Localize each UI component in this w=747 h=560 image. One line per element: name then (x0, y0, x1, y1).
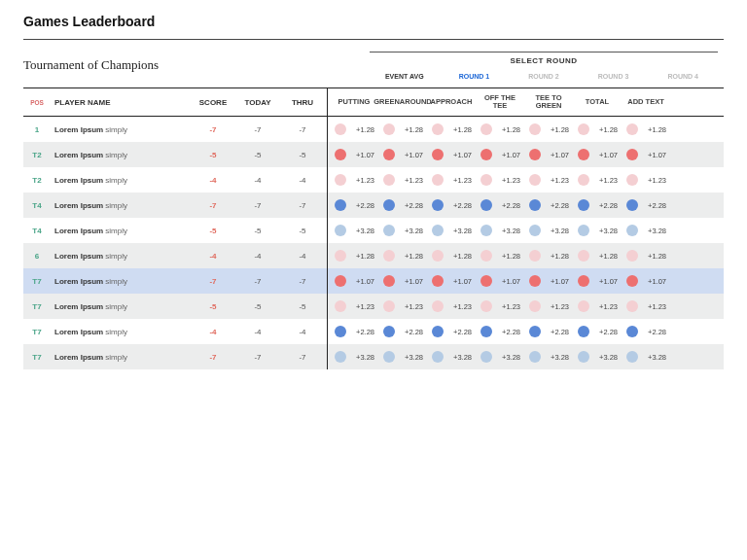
stat-dot-icon (335, 225, 346, 236)
stat-dot-icon (335, 149, 346, 160)
stat-value: +3.28 (641, 227, 666, 235)
stat-dot-icon (626, 225, 638, 236)
player-name-thin: simply (105, 125, 127, 134)
stat-dot-icon (432, 250, 444, 262)
column-divider (327, 294, 328, 319)
cell-stat: +3.28 (378, 351, 427, 363)
column-divider (327, 117, 328, 142)
cell-thru: -4 (280, 252, 325, 261)
cell-stat: +1.28 (476, 250, 524, 262)
stat-value: +1.07 (349, 151, 374, 159)
stat-dot-icon (383, 250, 395, 262)
stat-dot-icon (335, 199, 346, 211)
round-tab[interactable]: EVENT AVG (370, 73, 440, 80)
cell-today: -4 (235, 328, 280, 336)
col-putting[interactable]: PUTTING (330, 98, 378, 106)
table-body: 1Lorem Ipsumsimply-7-7-7+1.28+1.28+1.28+… (23, 117, 724, 369)
table-row[interactable]: T2Lorem Ipsumsimply-4-4-4+1.23+1.23+1.23… (23, 167, 724, 192)
stat-value: +3.28 (544, 227, 569, 235)
cell-today: -4 (235, 176, 280, 185)
stat-dot-icon (626, 275, 638, 287)
cell-pos: T7 (23, 353, 51, 362)
stat-dot-icon (529, 351, 541, 363)
stat-value: +1.23 (446, 302, 472, 311)
stat-dot-icon (432, 123, 444, 135)
table-row[interactable]: T4Lorem Ipsumsimply-5-5-5+3.28+3.28+3.28… (23, 218, 724, 243)
cell-stat: +2.28 (330, 326, 378, 337)
stat-value: +3.28 (495, 227, 520, 235)
player-name-thin: simply (105, 328, 127, 336)
stat-dot-icon (383, 199, 395, 211)
stat-dot-icon (480, 300, 492, 312)
player-name-bold: Lorem Ipsum (54, 277, 103, 286)
stat-value: +1.07 (641, 151, 666, 159)
col-thru[interactable]: THRU (280, 98, 325, 107)
col-approach[interactable]: APPROACH (427, 98, 476, 106)
col-add-text[interactable]: ADD TEXT (622, 98, 670, 106)
player-name-bold: Lorem Ipsum (54, 176, 103, 185)
stat-value: +1.07 (544, 151, 569, 159)
stat-dot-icon (432, 149, 444, 160)
stat-value: +1.28 (446, 252, 472, 261)
col-off-the-tee[interactable]: OFF THE TEE (476, 94, 524, 110)
cell-score: -4 (191, 328, 235, 336)
col-player-name[interactable]: PLAYER NAME (51, 98, 191, 107)
cell-stat: +3.28 (622, 351, 670, 363)
cell-stat: +1.28 (524, 123, 573, 135)
col-tee-to-green[interactable]: TEE TO GREEN (524, 94, 573, 110)
stat-value: +2.28 (641, 201, 666, 210)
round-tab[interactable]: ROUND 3 (579, 73, 649, 80)
player-name-bold: Lorem Ipsum (54, 252, 103, 261)
stat-value: +1.07 (495, 151, 520, 159)
stat-value: +1.07 (641, 277, 666, 286)
stat-value: +3.28 (592, 227, 618, 235)
cell-stat: +1.07 (476, 275, 524, 287)
stat-dot-icon (335, 300, 346, 312)
cell-stat: +1.23 (330, 174, 378, 186)
table-row[interactable]: T7Lorem Ipsumsimply-7-7-7+1.07+1.07+1.07… (23, 268, 724, 294)
cell-player-name: Lorem Ipsumsimply (51, 201, 191, 210)
table-row[interactable]: 1Lorem Ipsumsimply-7-7-7+1.28+1.28+1.28+… (23, 117, 724, 142)
table-row[interactable]: T7Lorem Ipsumsimply-5-5-5+1.23+1.23+1.23… (23, 294, 724, 319)
table-row[interactable]: T7Lorem Ipsumsimply-7-7-7+3.28+3.28+3.28… (23, 344, 724, 369)
cell-stat: +2.28 (330, 199, 378, 211)
col-score[interactable]: SCORE (191, 98, 235, 107)
stat-value: +1.07 (592, 151, 618, 159)
round-tab[interactable]: ROUND 4 (648, 73, 718, 80)
cell-pos: T2 (23, 176, 51, 185)
cell-stat: +2.28 (622, 199, 670, 211)
player-name-bold: Lorem Ipsum (54, 302, 103, 311)
cell-stat: +2.28 (573, 199, 622, 211)
cell-stat: +1.07 (476, 149, 524, 160)
cell-stat: +3.28 (427, 225, 476, 236)
table-row[interactable]: 6Lorem Ipsumsimply-4-4-4+1.28+1.28+1.28+… (23, 243, 724, 268)
stat-dot-icon (383, 149, 395, 160)
cell-today: -7 (235, 277, 280, 286)
col-pos[interactable]: POS (23, 99, 51, 106)
cell-score: -7 (191, 353, 235, 362)
player-name-thin: simply (105, 201, 127, 210)
round-tab[interactable]: ROUND 2 (509, 73, 579, 80)
stat-dot-icon (480, 250, 492, 262)
stat-dot-icon (335, 275, 346, 287)
stat-dot-icon (529, 174, 541, 186)
table-row[interactable]: T4Lorem Ipsumsimply-7-7-7+2.28+2.28+2.28… (23, 192, 724, 218)
col-total[interactable]: TOTAL (573, 98, 622, 106)
cell-thru: -5 (280, 227, 325, 235)
cell-stat: +1.07 (524, 149, 573, 160)
stat-value: +1.23 (544, 302, 569, 311)
stat-dot-icon (626, 174, 638, 186)
cell-stat: +2.28 (378, 326, 427, 337)
col-today[interactable]: TODAY (235, 98, 280, 107)
stat-dot-icon (578, 326, 589, 337)
cell-stat: +3.28 (476, 225, 524, 236)
col-greenaround[interactable]: GREENAROUND (378, 98, 427, 106)
player-name-thin: simply (105, 227, 127, 235)
table-row[interactable]: T2Lorem Ipsumsimply-5-5-5+1.07+1.07+1.07… (23, 142, 724, 167)
cell-thru: -5 (280, 151, 325, 159)
round-tab[interactable]: ROUND 1 (440, 73, 510, 80)
stat-value: +1.23 (398, 176, 423, 185)
cell-stat: +1.28 (573, 123, 622, 135)
stat-value: +1.23 (446, 176, 472, 185)
table-row[interactable]: T7Lorem Ipsumsimply-4-4-4+2.28+2.28+2.28… (23, 319, 724, 344)
